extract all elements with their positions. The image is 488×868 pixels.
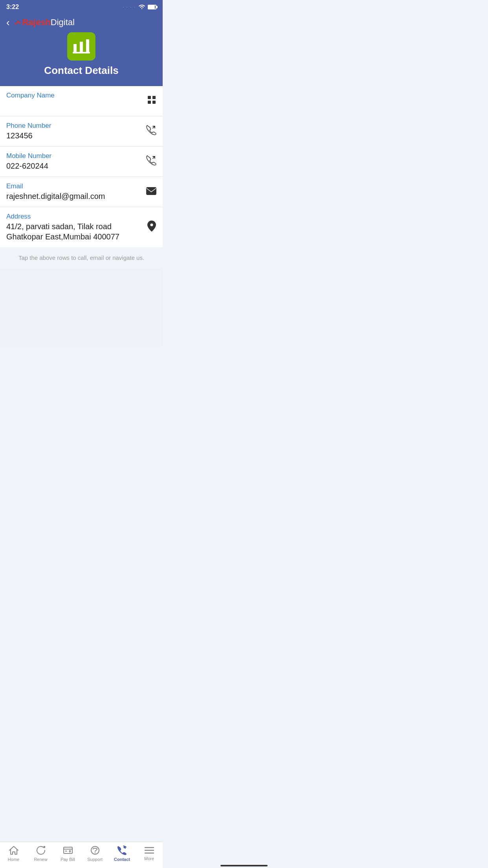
status-time: 3:22 bbox=[6, 4, 19, 11]
phone-number-label: Phone Number bbox=[6, 122, 51, 130]
phone-number-value: 123456 bbox=[6, 131, 51, 141]
address-row[interactable]: Address 41/2, parvati sadan, Tilak roadG… bbox=[0, 207, 163, 247]
battery-icon bbox=[148, 5, 156, 9]
phone-number-row[interactable]: Phone Number 123456 bbox=[0, 116, 163, 147]
content-spacer bbox=[0, 268, 163, 347]
svg-rect-6 bbox=[148, 101, 151, 104]
email-row[interactable]: Email rajeshnet.digital@gmail.com bbox=[0, 177, 163, 207]
logo-arrow-icon bbox=[13, 18, 22, 27]
email-value: rajeshnet.digital@gmail.com bbox=[6, 191, 105, 201]
app-logo: RajeshDigital bbox=[13, 17, 75, 28]
logo-digital: Digital bbox=[51, 17, 75, 28]
company-name-value bbox=[6, 100, 55, 110]
email-icon bbox=[146, 186, 156, 197]
header-icon-container bbox=[67, 32, 95, 61]
svg-rect-0 bbox=[73, 44, 77, 52]
email-label: Email bbox=[6, 182, 105, 190]
signal-dots-icon: · · · · bbox=[123, 5, 136, 9]
svg-rect-7 bbox=[152, 101, 156, 104]
mobile-number-row[interactable]: Mobile Number 022-620244 bbox=[0, 147, 163, 177]
mobile-phone-forward-icon bbox=[146, 155, 156, 168]
network-icon bbox=[73, 39, 90, 53]
address-label: Address bbox=[6, 213, 119, 221]
back-button[interactable]: ‹ bbox=[6, 17, 10, 28]
logo-rajesh: Rajesh bbox=[22, 17, 51, 28]
mobile-number-label: Mobile Number bbox=[6, 152, 51, 160]
contact-details-list: Company Name Phone Number 123456 bbox=[0, 86, 163, 247]
location-icon bbox=[147, 221, 156, 234]
company-name-label: Company Name bbox=[6, 92, 55, 99]
svg-rect-5 bbox=[152, 96, 156, 99]
mobile-number-value: 022-620244 bbox=[6, 161, 51, 171]
address-value: 41/2, parvati sadan, Tilak roadGhatkopar… bbox=[6, 221, 119, 242]
page-title: Contact Details bbox=[44, 64, 118, 77]
svg-rect-3 bbox=[73, 52, 90, 53]
svg-point-9 bbox=[150, 224, 153, 226]
svg-rect-4 bbox=[148, 96, 151, 99]
status-bar: 3:22 · · · · bbox=[0, 0, 163, 14]
app-header: ‹ RajeshDigital Contact Details bbox=[0, 14, 163, 86]
svg-rect-1 bbox=[80, 42, 83, 52]
wifi-icon bbox=[138, 4, 145, 10]
svg-rect-8 bbox=[147, 188, 156, 195]
company-name-row[interactable]: Company Name bbox=[0, 86, 163, 116]
status-icons: · · · · bbox=[123, 4, 156, 10]
phone-forward-icon bbox=[146, 125, 156, 138]
hint-text: Tap the above rows to call, email or nav… bbox=[0, 247, 163, 268]
grid-icon bbox=[147, 95, 156, 107]
svg-rect-2 bbox=[86, 39, 89, 52]
